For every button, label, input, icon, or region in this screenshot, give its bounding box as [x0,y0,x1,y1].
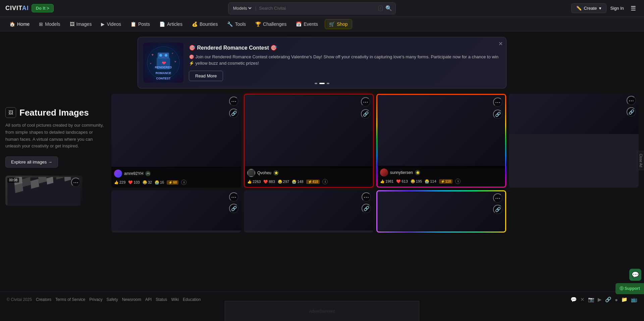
main-content: ❤ ♥ ♥ ♥ ♥ RenderedRomanceContest 🎯 Rende… [0,37,644,292]
image-card-1-bottom: amre92YH 🎮 👍 229 ❤️ 103 😂 [111,167,241,188]
image-card-5-menu-button[interactable]: ⋯ [229,192,238,202]
nav-item-shop[interactable]: 🛒 Shop [325,19,352,29]
video-duration: 00:08 [7,178,19,183]
ad-content: Advertisement [309,309,335,314]
laugh-icon: 😂 [278,180,282,184]
nav-item-bounties[interactable]: 💰 Bounties [188,19,222,29]
hamburger-menu-button[interactable]: ☰ [628,3,639,13]
image-grid: ⋯ 🔗 amre92YH 🎮 👍 229 [111,94,639,233]
do-it-button[interactable]: Do It > [32,4,54,12]
create-button[interactable]: ✏️ Create ▾ [571,3,606,13]
stat-hearts-2: ❤️ 883 [263,180,275,184]
image-card-7-menu-button[interactable]: ⋯ [493,193,502,203]
image-card-2-bottom: Qvoheu ⭐ 👍 2263 ❤️ 883 😂 [245,166,373,187]
image-card-3-link-button[interactable]: 🔗 [493,110,502,119]
image-card-1-menu-button[interactable]: ⋯ [229,97,238,106]
search-icon-button[interactable]: 🔍 [385,5,392,11]
image-card-1: ⋯ 🔗 amre92YH 🎮 👍 229 [111,94,241,188]
footer-link-safety[interactable]: Safety [107,297,118,302]
support-button[interactable]: ⓪ Support [615,283,644,294]
announcement-description: 🎯 Join our Rendered Romance Contest cele… [189,54,501,67]
nav-item-videos[interactable]: ▶ Videos [97,19,125,29]
image-card-7: ⋯ 🔗 [376,190,506,233]
image-card-2-menu-button[interactable]: ⋯ [361,97,370,107]
twitter-x-icon[interactable]: ✕ [580,297,585,303]
image-card-2-badge: ⭐ [273,170,279,176]
nav-item-images[interactable]: 🖼 Images [66,19,96,29]
topbar: CIVITAI Do It > Models | / 🔍 ✏️ Create ▾… [0,0,644,17]
github-icon[interactable]: 📁 [621,297,628,303]
nav-item-posts[interactable]: 📋 Posts [126,19,154,29]
image-card-7-link-button[interactable]: 🔗 [493,205,502,214]
challenges-icon: 🏆 [255,21,261,27]
image-card-1-user: amre92YH 🎮 [114,170,238,178]
stat-info-3[interactable]: ℹ [455,179,461,184]
nav-item-events[interactable]: 📅 Events [292,19,322,29]
carousel-dots [315,83,329,84]
nav-item-models[interactable]: ⊞ Models [35,19,64,29]
close-announcement-button[interactable]: ✕ [498,41,503,47]
video-card-menu-button[interactable]: ⋯ [71,178,80,187]
footer-link-api[interactable]: API [145,297,152,302]
read-more-button[interactable]: Read More [189,71,223,81]
explore-images-button[interactable]: Explore all images → [5,156,58,168]
posts-icon: 📋 [130,21,136,27]
featured-section: 🖼 Featured Images All sorts of cool pict… [0,94,644,238]
instagram-icon[interactable]: 📷 [588,297,594,303]
footer-link-status[interactable]: Status [156,297,167,302]
twitch-icon[interactable]: 📺 [631,297,637,303]
video-card[interactable]: 00:08 ⋯ [5,176,83,206]
nav-item-home[interactable]: 🏠 Home [5,19,34,29]
svg-text:♥: ♥ [174,60,176,63]
nav-item-challenges[interactable]: 🏆 Challenges [251,19,290,29]
footer-link-terms[interactable]: Terms of Service [55,297,85,302]
image-card-6-image [244,190,374,231]
carousel-dot-2[interactable] [319,83,325,84]
image-card-6-menu-button[interactable]: ⋯ [362,192,371,202]
footer-link-newsroom[interactable]: Newsroom [122,297,141,302]
footer-link-privacy[interactable]: Privacy [89,297,102,302]
stat-info-1[interactable]: ℹ [181,180,186,185]
announcement-image: ❤ ♥ ♥ ♥ ♥ RenderedRomanceContest [143,43,183,83]
signin-button[interactable]: Sign In [610,6,624,11]
featured-description: All sorts of cool pictures created by ou… [5,122,106,150]
reddit-icon[interactable]: ● [615,297,618,303]
image-card-3: ⋯ 🔗 sunnytiersen 🌟 👍 1981 [376,94,506,188]
image-card-4-menu-button[interactable]: ⋯ [627,96,636,105]
carousel-dot-3[interactable] [327,83,329,84]
image-card-2-stats: 👍 2263 ❤️ 883 😂 297 😭 [247,179,370,184]
image-card-3-menu-button[interactable]: ⋯ [493,98,502,107]
youtube-icon[interactable]: ▶ [598,297,602,303]
logo-accent: AI [22,5,29,11]
search-input[interactable] [259,6,375,11]
footer-link-education[interactable]: Education [183,297,201,302]
stat-laughs-1: 😂 32 [143,180,152,185]
image-card-2-link-button[interactable]: 🔗 [361,109,370,119]
chevron-down-icon: ▾ [599,6,601,11]
stat-info-2[interactable]: ℹ [322,179,328,184]
image-card-4-link-button[interactable]: 🔗 [627,107,636,117]
carousel-dot-1[interactable] [315,83,317,84]
announcement-image-text: RenderedRomanceContest [155,66,172,80]
discord-icon[interactable]: 💬 [571,297,577,303]
avatar-image [380,169,388,177]
chat-button[interactable]: 💬 [629,269,641,281]
image-card-2-username: Qvoheu [257,171,271,175]
thumbs-up-icon: 👍 [114,180,119,185]
announcement-banner: ❤ ♥ ♥ ♥ ♥ RenderedRomanceContest 🎯 Rende… [138,37,506,88]
image-card-3-bottom: sunnytiersen 🌟 👍 1981 ❤️ 613 [377,166,505,187]
shop-icon: 🛒 [329,21,335,27]
close-ad-button[interactable]: Close Ad [637,151,644,170]
footer-link-wiki[interactable]: Wiki [171,297,179,302]
image-card-6-link-button[interactable]: 🔗 [362,204,371,213]
link-icon[interactable]: 🔗 [605,297,611,303]
image-card-4: ⋯ 🔗 [509,94,639,188]
nav-item-articles[interactable]: 📄 Articles [155,19,186,29]
nav-item-tools[interactable]: 🔧 Tools [223,19,250,29]
stat-buzz-2: ⚡ 410 [306,180,320,184]
image-card-1-link-button[interactable]: 🔗 [229,109,238,118]
footer-link-creators[interactable]: Creators [36,297,51,302]
image-card-5-link-button[interactable]: 🔗 [229,204,238,213]
image-card-2-avatar [247,169,255,177]
search-model-select[interactable]: Models [232,5,253,11]
